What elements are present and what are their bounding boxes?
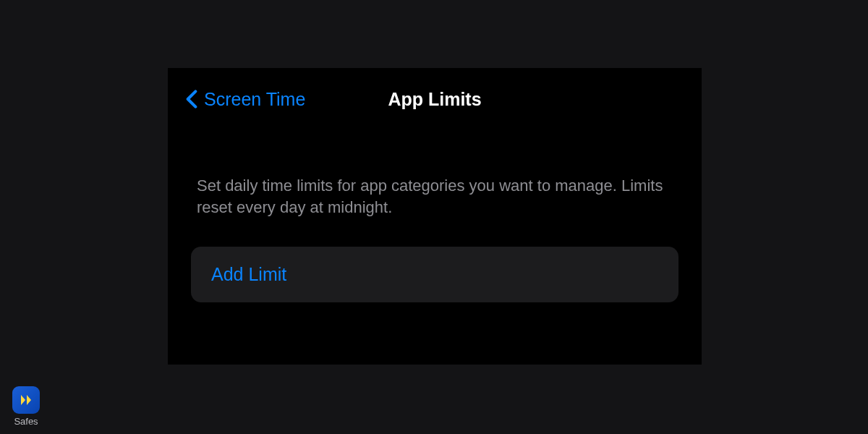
safes-logo-icon [12,386,40,414]
back-button[interactable]: Screen Time [185,88,305,110]
watermark-label: Safes [14,416,38,427]
nav-bar: Screen Time App Limits [168,68,702,110]
description-text: Set daily time limits for app categories… [168,175,702,218]
chevron-left-icon [185,88,198,110]
add-limit-label: Add Limit [211,264,286,284]
back-label: Screen Time [204,89,305,110]
watermark: Safes [12,386,40,427]
add-limit-button[interactable]: Add Limit [191,247,678,302]
page-title: App Limits [388,89,481,110]
settings-panel: Screen Time App Limits Set daily time li… [168,68,702,365]
